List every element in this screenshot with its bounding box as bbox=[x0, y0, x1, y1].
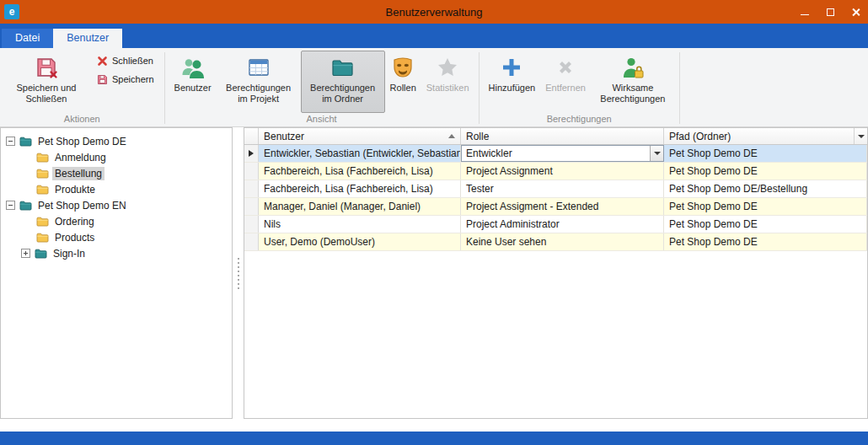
cell-rolle: Project Assigment - Extended bbox=[461, 198, 664, 215]
table-row[interactable]: Manager, Daniel (Manager, Daniel) Projec… bbox=[244, 198, 867, 216]
grid-header-row: Benutzer Rolle Pfad (Ordner) bbox=[244, 128, 867, 145]
tree-item-ordering[interactable]: Ordering bbox=[1, 213, 232, 229]
title-bar: e Benutzerverwaltung bbox=[0, 0, 868, 24]
app-icon: e bbox=[4, 4, 19, 19]
panel-splitter[interactable] bbox=[233, 127, 244, 419]
group-caption-berechtigungen: Berechtigungen bbox=[480, 113, 679, 126]
tree-item-products[interactable]: Products bbox=[1, 229, 232, 245]
tree-item-sign-in[interactable]: Sign-In bbox=[1, 245, 232, 261]
ribbon-group-ansicht: Benutzer Berechtigungen im Projekt bbox=[165, 49, 479, 126]
project-table-icon bbox=[247, 55, 271, 80]
plus-icon bbox=[501, 55, 522, 80]
cell-rolle: Tester bbox=[461, 180, 664, 197]
column-header-rolle[interactable]: Rolle bbox=[461, 128, 664, 144]
tree-item-anmeldung[interactable]: Anmeldung bbox=[1, 149, 232, 165]
main-content: Pet Shop Demo DE Anmeldung Bestellung Pr… bbox=[0, 127, 868, 432]
cell-pfad: Pet Shop Demo DE bbox=[664, 216, 867, 233]
cell-pfad: Pet Shop Demo DE bbox=[664, 198, 867, 215]
table-row[interactable]: Entwickler, Sebastian (Entwickler, Sebas… bbox=[244, 145, 867, 163]
table-row[interactable]: Fachbereich, Lisa (Fachbereich, Lisa) Pr… bbox=[244, 163, 867, 180]
cell-rolle: Project Assignment bbox=[461, 163, 664, 180]
collapse-icon[interactable] bbox=[6, 137, 15, 146]
cell-benutzer: Entwickler, Sebastian (Entwickler, Sebas… bbox=[259, 145, 461, 162]
permissions-in-project-button[interactable]: Berechtigungen im Projekt bbox=[217, 51, 301, 113]
save-icon bbox=[96, 73, 108, 85]
effective-permissions-button[interactable]: Wirksame Berechtigungen bbox=[591, 51, 675, 113]
cell-benutzer: Manager, Daniel (Manager, Daniel) bbox=[259, 198, 461, 215]
ribbon-tab-strip: Datei Benutzer bbox=[0, 24, 868, 48]
star-icon bbox=[436, 55, 459, 80]
add-permission-button[interactable]: Hinzufügen bbox=[484, 51, 541, 113]
close-red-icon bbox=[96, 55, 108, 67]
tab-datei[interactable]: Datei bbox=[2, 29, 53, 48]
ribbon-group-aktionen: Speichern und Schließen Schließen bbox=[0, 49, 164, 126]
table-row[interactable]: User, Demo (DemoUser) Keine User sehen P… bbox=[244, 233, 867, 251]
teal-folder-icon bbox=[35, 248, 47, 259]
ribbon-group-berechtigungen: Hinzufügen Entfernen bbox=[480, 49, 679, 126]
cell-benutzer: Nils bbox=[259, 216, 461, 233]
app-window: e Benutzerverwaltung Datei Benutzer bbox=[0, 0, 868, 445]
cell-rolle: Keine User sehen bbox=[461, 233, 664, 250]
row-indicator-cell bbox=[244, 198, 259, 215]
column-header-label: Rolle bbox=[466, 131, 489, 142]
expand-icon[interactable] bbox=[21, 249, 30, 258]
cell-benutzer: Fachbereich, Lisa (Fachbereich, Lisa) bbox=[259, 163, 461, 180]
close-button[interactable] bbox=[843, 0, 868, 24]
maximize-button[interactable] bbox=[817, 0, 843, 24]
save-and-close-icon bbox=[35, 55, 58, 80]
window-title: Benutzerverwaltung bbox=[0, 6, 868, 19]
statistiken-label: Statistiken bbox=[426, 83, 469, 94]
window-controls bbox=[792, 0, 868, 24]
chevron-down-icon bbox=[654, 152, 661, 155]
tree-item-label: Anmeldung bbox=[52, 151, 109, 164]
collapse-icon[interactable] bbox=[6, 201, 15, 210]
current-row-indicator-icon bbox=[249, 150, 254, 157]
row-indicator-header bbox=[244, 128, 259, 144]
tree-item-label: Pet Shop Demo DE bbox=[35, 135, 129, 148]
effective-permissions-label: Wirksame Berechtigungen bbox=[596, 83, 670, 105]
maximize-icon bbox=[827, 8, 834, 16]
tree-item-label: Produkte bbox=[52, 183, 98, 196]
table-row[interactable]: Nils Project Administrator Pet Shop Demo… bbox=[244, 216, 867, 233]
user-lock-icon bbox=[621, 55, 645, 80]
status-bar bbox=[0, 432, 868, 445]
cell-benutzer: Fachbereich, Lisa (Fachbereich, Lisa) bbox=[259, 180, 461, 197]
gray-x-icon bbox=[555, 55, 576, 80]
rolle-combobox[interactable]: Entwickler bbox=[461, 145, 664, 162]
tree-item-produkte[interactable]: Produkte bbox=[1, 181, 232, 197]
ribbon-group-separator bbox=[679, 52, 680, 124]
yellow-folder-icon bbox=[36, 152, 49, 163]
tree-item-pet-shop-demo-de[interactable]: Pet Shop Demo DE bbox=[1, 133, 232, 149]
teal-folder-icon bbox=[19, 200, 32, 211]
cell-pfad: Pet Shop Demo DE bbox=[664, 163, 867, 180]
close-document-button[interactable]: Schließen bbox=[92, 53, 158, 68]
sort-ascending-icon bbox=[448, 134, 455, 138]
column-header-pfad[interactable]: Pfad (Ordner) bbox=[664, 128, 855, 144]
tree-item-label: Products bbox=[52, 231, 97, 244]
permissions-in-folder-button[interactable]: Berechtigungen im Ordner bbox=[301, 51, 385, 113]
yellow-folder-icon bbox=[36, 184, 49, 195]
permissions-grid: Benutzer Rolle Pfad (Ordner) Entwickler,… bbox=[244, 127, 868, 419]
tree-item-pet-shop-demo-en[interactable]: Pet Shop Demo EN bbox=[1, 197, 232, 213]
tree-item-label: Ordering bbox=[52, 215, 97, 228]
permissions-in-project-label: Berechtigungen im Projekt bbox=[222, 83, 296, 105]
rollen-button[interactable]: Rollen bbox=[385, 51, 421, 113]
column-menu-button[interactable] bbox=[855, 128, 867, 144]
remove-permission-button: Entfernen bbox=[540, 51, 591, 113]
column-header-benutzer[interactable]: Benutzer bbox=[259, 128, 461, 144]
statistiken-button: Statistiken bbox=[421, 51, 474, 113]
row-indicator-cell bbox=[244, 145, 259, 162]
tab-benutzer[interactable]: Benutzer bbox=[53, 29, 122, 48]
tree-item-bestellung[interactable]: Bestellung bbox=[1, 165, 232, 181]
permissions-in-folder-label: Berechtigungen im Ordner bbox=[306, 83, 380, 105]
save-button[interactable]: Speichern bbox=[92, 72, 158, 87]
dropdown-button[interactable] bbox=[650, 146, 663, 161]
save-and-close-button[interactable]: Speichern und Schließen bbox=[4, 51, 88, 113]
minimize-button[interactable] bbox=[792, 0, 817, 24]
cell-pfad: Pet Shop Demo DE/Bestellung bbox=[664, 180, 867, 197]
row-indicator-cell bbox=[244, 216, 259, 233]
table-row[interactable]: Fachbereich, Lisa (Fachbereich, Lisa) Te… bbox=[244, 180, 867, 198]
save-label: Speichern bbox=[112, 74, 154, 84]
benutzer-view-button[interactable]: Benutzer bbox=[169, 51, 217, 113]
group-caption-ansicht: Ansicht bbox=[165, 113, 479, 126]
